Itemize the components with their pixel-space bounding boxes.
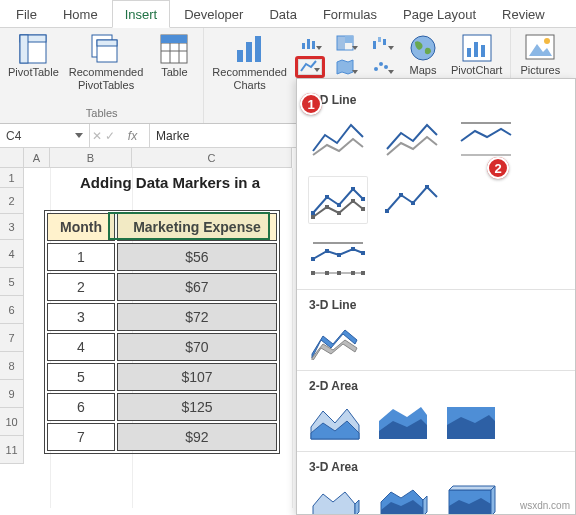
watermark: wsxdn.com — [520, 500, 570, 511]
section-3d-line: 3-D Line — [309, 298, 563, 312]
cell-month[interactable]: 6 — [47, 393, 115, 421]
table-button[interactable]: Table — [151, 32, 197, 81]
tab-pagelayout[interactable]: Page Layout — [391, 1, 488, 27]
chart-thumb-line[interactable] — [307, 113, 369, 163]
svg-rect-50 — [351, 199, 355, 203]
cell-month[interactable]: 3 — [47, 303, 115, 331]
recommended-charts-label: Recommended Charts — [212, 66, 287, 91]
svg-rect-29 — [383, 39, 386, 45]
col-header-b[interactable]: B — [50, 148, 132, 168]
cell-expense[interactable]: $72 — [117, 303, 277, 331]
chart-thumb-stacked-line[interactable] — [381, 113, 443, 163]
chart-thumb-100stacked-area[interactable] — [443, 399, 499, 443]
row-header-7[interactable]: 7 — [0, 324, 24, 352]
chart-thumb-stacked-line-markers[interactable] — [381, 175, 443, 225]
pivottable-button[interactable]: PivotTable — [6, 32, 61, 81]
select-all-corner[interactable] — [0, 148, 24, 168]
line-chart-icon — [300, 59, 320, 75]
tab-file[interactable]: File — [4, 1, 49, 27]
svg-rect-55 — [425, 185, 429, 189]
chart-thumb-3d-100stacked-area[interactable] — [443, 480, 499, 515]
pictures-label: Pictures — [520, 64, 560, 77]
recommended-charts-button[interactable]: Recommended Charts — [210, 32, 289, 93]
cell-expense[interactable]: $70 — [117, 333, 277, 361]
svg-rect-38 — [481, 45, 485, 57]
row-header-1[interactable]: 1 — [0, 168, 24, 188]
svg-rect-60 — [361, 251, 365, 255]
chart-thumb-line-markers[interactable] — [307, 175, 369, 225]
svg-rect-17 — [312, 41, 315, 49]
pivotchart-button[interactable]: PivotChart — [449, 32, 504, 79]
stacked-line-markers-icon — [383, 177, 441, 223]
col-header-c[interactable]: C — [132, 148, 292, 168]
chart-thumb-stacked-area[interactable] — [375, 399, 431, 443]
tab-developer[interactable]: Developer — [172, 1, 255, 27]
insert-line-chart-button[interactable] — [295, 56, 325, 78]
section-2d-area: 2-D Area — [309, 379, 563, 393]
svg-rect-64 — [351, 271, 355, 275]
pivotchart-icon — [462, 34, 492, 62]
pivottable-icon — [19, 34, 47, 64]
table-row: 5$107 — [47, 363, 277, 391]
cell-month[interactable]: 4 — [47, 333, 115, 361]
chart-thumb-area[interactable] — [307, 399, 363, 443]
fx-icon[interactable]: fx — [118, 129, 148, 143]
svg-rect-51 — [361, 207, 365, 211]
row-header-3[interactable]: 3 — [0, 214, 24, 240]
100stacked-line-markers-icon — [309, 233, 367, 279]
tab-formulas[interactable]: Formulas — [311, 1, 389, 27]
row-header-6[interactable]: 6 — [0, 296, 24, 324]
ribbon-tab-strip: File Home Insert Developer Data Formulas… — [0, 0, 576, 28]
insert-waterfall-chart-button[interactable] — [367, 32, 397, 54]
row-header-8[interactable]: 8 — [0, 352, 24, 380]
svg-rect-65 — [361, 271, 365, 275]
callout-2: 2 — [487, 157, 509, 179]
tab-review[interactable]: Review — [490, 1, 557, 27]
row-header-4[interactable]: 4 — [0, 240, 24, 268]
maps-button[interactable]: Maps — [403, 32, 443, 79]
tab-insert[interactable]: Insert — [112, 0, 171, 28]
cell-expense[interactable]: $56 — [117, 243, 277, 271]
row-header-5[interactable]: 5 — [0, 268, 24, 296]
insert-column-chart-button[interactable] — [295, 32, 325, 54]
100stacked-area-icon — [445, 401, 497, 441]
insert-map-chart-button[interactable] — [331, 56, 361, 78]
insert-hierarchy-chart-button[interactable] — [331, 32, 361, 54]
tab-data[interactable]: Data — [257, 1, 308, 27]
3d-area-icon — [309, 482, 361, 515]
svg-rect-63 — [337, 271, 341, 275]
row-header-9[interactable]: 9 — [0, 380, 24, 408]
chart-thumb-3d-line[interactable] — [307, 318, 363, 362]
svg-rect-53 — [399, 193, 403, 197]
header-month: Month — [47, 213, 115, 241]
col-header-a[interactable]: A — [24, 148, 50, 168]
cell-month[interactable]: 1 — [47, 243, 115, 271]
cancel-formula-icon[interactable]: ✕ — [92, 129, 102, 143]
svg-point-30 — [374, 67, 378, 71]
chart-thumb-3d-stacked-area[interactable] — [375, 480, 431, 515]
cell-expense[interactable]: $107 — [117, 363, 277, 391]
cell-expense[interactable]: $92 — [117, 423, 277, 451]
cell-expense[interactable]: $125 — [117, 393, 277, 421]
insert-scatter-chart-button[interactable] — [367, 56, 397, 78]
svg-rect-12 — [237, 50, 243, 62]
row-header-2[interactable]: 2 — [0, 188, 24, 214]
cell-month[interactable]: 7 — [47, 423, 115, 451]
svg-rect-42 — [311, 211, 315, 215]
tab-home[interactable]: Home — [51, 1, 110, 27]
cell-expense[interactable]: $67 — [117, 273, 277, 301]
chart-thumb-100stacked-line-markers[interactable] — [307, 231, 369, 281]
row-header-10[interactable]: 10 — [0, 408, 24, 436]
svg-point-31 — [379, 62, 383, 66]
accept-formula-icon[interactable]: ✓ — [105, 129, 115, 143]
cell-month[interactable]: 5 — [47, 363, 115, 391]
line-markers-icon — [309, 177, 367, 223]
name-box[interactable]: C4 — [0, 124, 90, 147]
pictures-button[interactable]: Pictures — [517, 32, 563, 79]
recommended-pivottables-button[interactable]: Recommended PivotTables — [67, 32, 146, 93]
cell-month[interactable]: 2 — [47, 273, 115, 301]
chart-thumb-100stacked-line[interactable] — [455, 113, 517, 163]
chart-thumb-3d-area[interactable] — [307, 480, 363, 515]
section-2d-line: 2-D Line — [309, 93, 563, 107]
row-header-11[interactable]: 11 — [0, 436, 24, 464]
